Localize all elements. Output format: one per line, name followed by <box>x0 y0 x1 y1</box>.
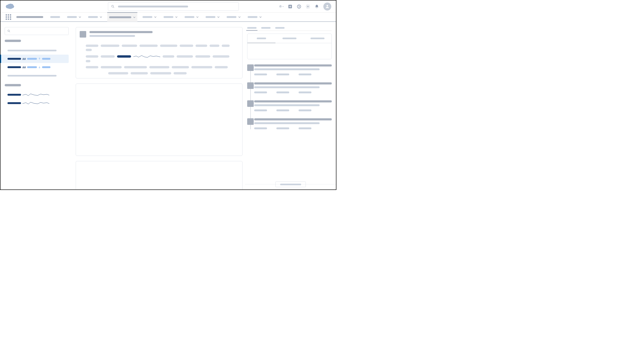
activity-timeline <box>247 64 332 129</box>
metric-value: ## <box>23 57 26 61</box>
settings-icon[interactable] <box>306 4 310 9</box>
sidebar-item[interactable] <box>5 72 69 80</box>
highlights-panel <box>76 44 242 78</box>
activity-meta <box>254 74 332 75</box>
app-launcher-icon[interactable] <box>6 14 11 20</box>
field-value <box>149 66 169 68</box>
arrow-down-icon <box>38 66 41 68</box>
svg-point-4 <box>299 8 299 8</box>
field-value <box>131 72 148 74</box>
sidebar-item[interactable] <box>5 90 69 99</box>
sidebar-item[interactable]: ## <box>5 63 69 72</box>
tab[interactable] <box>275 27 285 29</box>
chevron-down-icon <box>238 16 241 18</box>
arrow-up-icon <box>38 58 41 60</box>
timeline-item[interactable] <box>254 64 332 75</box>
svg-point-7 <box>8 30 9 32</box>
nav-tab[interactable] <box>86 12 104 22</box>
detail-card-2 <box>76 161 243 190</box>
record-title <box>89 31 153 33</box>
activity-type-icon <box>247 118 254 125</box>
sidebar-search[interactable] <box>5 27 69 35</box>
notifications-icon[interactable] <box>314 4 319 9</box>
nav-tab[interactable] <box>48 12 62 22</box>
tab[interactable] <box>261 27 271 29</box>
add-icon[interactable] <box>288 4 293 9</box>
timeline-item[interactable] <box>254 82 332 93</box>
field-value <box>215 66 228 68</box>
svg-point-6 <box>327 5 328 6</box>
record-header-card <box>76 27 243 78</box>
nav-tab[interactable] <box>246 12 264 22</box>
sidebar-item[interactable] <box>5 99 69 107</box>
activity-type-icon <box>247 64 254 71</box>
activity-meta <box>254 110 332 111</box>
activity-title <box>254 118 332 120</box>
timeline-item[interactable] <box>254 100 332 111</box>
field-value <box>180 44 193 47</box>
field-value <box>86 55 98 58</box>
detail-card-1 <box>76 84 243 156</box>
activity-title <box>254 100 332 102</box>
composer-tab[interactable] <box>275 34 303 43</box>
activity-meta <box>254 128 332 129</box>
chevron-down-icon <box>133 16 135 18</box>
nav-tab[interactable] <box>162 12 179 22</box>
field-value <box>195 55 210 58</box>
load-more-button[interactable] <box>275 182 306 187</box>
field-value <box>101 66 122 68</box>
field-value <box>209 44 219 47</box>
field-value <box>163 55 174 58</box>
field-value <box>86 60 90 62</box>
chevron-down-icon <box>100 16 102 18</box>
activity-title <box>254 64 332 66</box>
page-body: #### <box>1 23 336 190</box>
chevron-down-icon <box>154 16 156 18</box>
sidebar-item[interactable]: ## <box>1 54 69 63</box>
user-avatar[interactable] <box>323 2 331 10</box>
field-value <box>195 44 207 47</box>
field-value <box>101 44 119 47</box>
nav-tab[interactable] <box>141 12 158 22</box>
field-value <box>108 72 128 74</box>
favorites-icon[interactable] <box>279 4 284 9</box>
nav-tab[interactable] <box>183 12 200 22</box>
record-subtitle <box>89 35 135 37</box>
global-search[interactable] <box>108 2 239 11</box>
sidebar-item[interactable] <box>5 46 69 54</box>
field-value <box>150 72 171 74</box>
field-value <box>160 44 177 47</box>
metric-value: ## <box>23 66 26 69</box>
field-value <box>124 66 147 68</box>
tab[interactable] <box>247 27 257 29</box>
help-icon[interactable] <box>297 4 301 9</box>
timeline-item[interactable] <box>254 118 332 129</box>
activity-title <box>254 82 332 84</box>
sparkline-icon <box>23 101 49 105</box>
activity-subtitle <box>254 104 320 106</box>
activity-subtitle <box>254 122 320 124</box>
nav-tab[interactable] <box>225 12 243 22</box>
composer-tab[interactable] <box>247 34 275 43</box>
header-actions <box>279 2 331 10</box>
chevron-down-icon <box>175 16 177 18</box>
chevron-down-icon <box>196 16 198 18</box>
search-placeholder <box>118 6 188 8</box>
nav-tab[interactable] <box>204 12 222 22</box>
composer-panel <box>247 34 332 59</box>
activity-type-icon <box>247 82 254 89</box>
nav-tab[interactable] <box>107 12 137 22</box>
field-value <box>222 44 230 47</box>
activity-tabs <box>247 27 332 31</box>
salesforce-logo[interactable] <box>5 3 15 10</box>
field-value <box>101 55 115 58</box>
field-value <box>139 44 158 47</box>
svg-line-8 <box>9 32 10 32</box>
chevron-down-icon <box>259 16 262 18</box>
main-column <box>73 23 245 190</box>
composer-tab[interactable] <box>303 34 332 43</box>
field-value <box>177 55 193 58</box>
sparkline-icon <box>133 55 160 58</box>
chevron-down-icon <box>79 16 81 18</box>
nav-tab[interactable] <box>65 12 83 22</box>
